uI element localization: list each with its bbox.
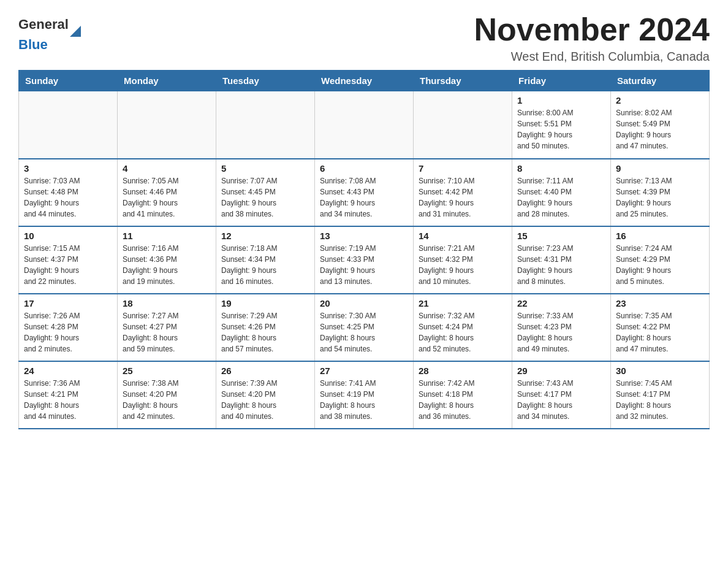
day-info: Sunrise: 7:23 AMSunset: 4:31 PMDaylight:…: [517, 243, 605, 287]
calendar-week-row: 17Sunrise: 7:26 AMSunset: 4:28 PMDayligh…: [19, 294, 710, 361]
table-row: 10Sunrise: 7:15 AMSunset: 4:37 PMDayligh…: [19, 226, 118, 294]
day-info: Sunrise: 7:15 AMSunset: 4:37 PMDaylight:…: [24, 243, 112, 287]
day-info: Sunrise: 7:26 AMSunset: 4:28 PMDaylight:…: [24, 310, 112, 354]
day-number: 19: [221, 298, 309, 308]
table-row: 2Sunrise: 8:02 AMSunset: 5:49 PMDaylight…: [611, 91, 710, 159]
table-row: 20Sunrise: 7:30 AMSunset: 4:25 PMDayligh…: [315, 294, 414, 361]
logo-general-text: General: [18, 17, 69, 33]
day-info: Sunrise: 7:42 AMSunset: 4:18 PMDaylight:…: [419, 378, 507, 422]
day-info: Sunrise: 7:36 AMSunset: 4:21 PMDaylight:…: [24, 378, 112, 422]
day-number: 20: [320, 298, 408, 308]
day-number: 21: [419, 298, 507, 308]
day-number: 23: [616, 298, 704, 308]
calendar-week-row: 10Sunrise: 7:15 AMSunset: 4:37 PMDayligh…: [19, 226, 710, 294]
day-info: Sunrise: 7:19 AMSunset: 4:33 PMDaylight:…: [320, 243, 408, 287]
table-row: 1Sunrise: 8:00 AMSunset: 5:51 PMDaylight…: [512, 91, 611, 159]
col-sunday: Sunday: [19, 71, 118, 91]
table-row: 26Sunrise: 7:39 AMSunset: 4:20 PMDayligh…: [216, 361, 315, 429]
day-number: 14: [419, 231, 507, 241]
logo-triangle-icon: [70, 12, 81, 37]
day-number: 9: [616, 163, 704, 174]
logo: General Blue: [18, 12, 81, 53]
table-row: 23Sunrise: 7:35 AMSunset: 4:22 PMDayligh…: [611, 294, 710, 361]
calendar-week-row: 3Sunrise: 7:03 AMSunset: 4:48 PMDaylight…: [19, 159, 710, 226]
table-row: 18Sunrise: 7:27 AMSunset: 4:27 PMDayligh…: [118, 294, 216, 361]
table-row: 11Sunrise: 7:16 AMSunset: 4:36 PMDayligh…: [118, 226, 216, 294]
logo-blue-text: Blue: [18, 37, 48, 53]
day-info: Sunrise: 7:33 AMSunset: 4:23 PMDaylight:…: [517, 310, 605, 354]
table-row: 6Sunrise: 7:08 AMSunset: 4:43 PMDaylight…: [315, 159, 414, 226]
calendar-week-row: 1Sunrise: 8:00 AMSunset: 5:51 PMDaylight…: [19, 91, 710, 159]
table-row: 8Sunrise: 7:11 AMSunset: 4:40 PMDaylight…: [512, 159, 611, 226]
col-wednesday: Wednesday: [315, 71, 414, 91]
table-row: [315, 91, 414, 159]
day-info: Sunrise: 7:05 AMSunset: 4:46 PMDaylight:…: [123, 175, 211, 220]
day-number: 6: [320, 163, 408, 174]
day-number: 5: [221, 163, 309, 174]
table-row: 22Sunrise: 7:33 AMSunset: 4:23 PMDayligh…: [512, 294, 611, 361]
day-number: 11: [123, 231, 211, 241]
location-text: West End, British Columbia, Canada: [474, 50, 710, 64]
day-info: Sunrise: 7:30 AMSunset: 4:25 PMDaylight:…: [320, 310, 408, 354]
day-number: 27: [320, 366, 408, 376]
col-monday: Monday: [118, 71, 216, 91]
day-number: 15: [517, 231, 605, 241]
table-row: 15Sunrise: 7:23 AMSunset: 4:31 PMDayligh…: [512, 226, 611, 294]
table-row: 21Sunrise: 7:32 AMSunset: 4:24 PMDayligh…: [414, 294, 512, 361]
day-number: 17: [24, 298, 112, 308]
table-row: 17Sunrise: 7:26 AMSunset: 4:28 PMDayligh…: [19, 294, 118, 361]
day-number: 4: [123, 163, 211, 174]
day-number: 28: [419, 366, 507, 376]
day-number: 8: [517, 163, 605, 174]
day-number: 1: [517, 95, 605, 105]
day-number: 18: [123, 298, 211, 308]
table-row: [216, 91, 315, 159]
table-row: 16Sunrise: 7:24 AMSunset: 4:29 PMDayligh…: [611, 226, 710, 294]
day-number: 7: [419, 163, 507, 174]
day-number: 30: [616, 366, 704, 376]
day-info: Sunrise: 7:18 AMSunset: 4:34 PMDaylight:…: [221, 243, 309, 287]
svg-marker-0: [70, 26, 81, 37]
day-number: 24: [24, 366, 112, 376]
day-info: Sunrise: 7:16 AMSunset: 4:36 PMDaylight:…: [123, 243, 211, 287]
day-info: Sunrise: 7:08 AMSunset: 4:43 PMDaylight:…: [320, 175, 408, 220]
table-row: 14Sunrise: 7:21 AMSunset: 4:32 PMDayligh…: [414, 226, 512, 294]
table-row: 24Sunrise: 7:36 AMSunset: 4:21 PMDayligh…: [19, 361, 118, 429]
calendar-header-row: Sunday Monday Tuesday Wednesday Thursday…: [19, 71, 710, 91]
col-saturday: Saturday: [611, 71, 710, 91]
page-header: General Blue November 2024 West End, Bri…: [18, 12, 710, 64]
day-info: Sunrise: 7:24 AMSunset: 4:29 PMDaylight:…: [616, 243, 704, 287]
table-row: 27Sunrise: 7:41 AMSunset: 4:19 PMDayligh…: [315, 361, 414, 429]
table-row: 4Sunrise: 7:05 AMSunset: 4:46 PMDaylight…: [118, 159, 216, 226]
table-row: 3Sunrise: 7:03 AMSunset: 4:48 PMDaylight…: [19, 159, 118, 226]
table-row: 30Sunrise: 7:45 AMSunset: 4:17 PMDayligh…: [611, 361, 710, 429]
day-info: Sunrise: 7:43 AMSunset: 4:17 PMDaylight:…: [517, 378, 605, 422]
table-row: 25Sunrise: 7:38 AMSunset: 4:20 PMDayligh…: [118, 361, 216, 429]
day-info: Sunrise: 7:39 AMSunset: 4:20 PMDaylight:…: [221, 378, 309, 422]
table-row: [118, 91, 216, 159]
day-info: Sunrise: 7:27 AMSunset: 4:27 PMDaylight:…: [123, 310, 211, 354]
table-row: 7Sunrise: 7:10 AMSunset: 4:42 PMDaylight…: [414, 159, 512, 226]
day-number: 13: [320, 231, 408, 241]
day-number: 16: [616, 231, 704, 241]
day-info: Sunrise: 7:29 AMSunset: 4:26 PMDaylight:…: [221, 310, 309, 354]
col-friday: Friday: [512, 71, 611, 91]
day-info: Sunrise: 7:21 AMSunset: 4:32 PMDaylight:…: [419, 243, 507, 287]
day-info: Sunrise: 7:35 AMSunset: 4:22 PMDaylight:…: [616, 310, 704, 354]
day-number: 10: [24, 231, 112, 241]
day-number: 3: [24, 163, 112, 174]
table-row: 12Sunrise: 7:18 AMSunset: 4:34 PMDayligh…: [216, 226, 315, 294]
day-info: Sunrise: 7:03 AMSunset: 4:48 PMDaylight:…: [24, 175, 112, 220]
day-info: Sunrise: 7:11 AMSunset: 4:40 PMDaylight:…: [517, 175, 605, 220]
calendar-table: Sunday Monday Tuesday Wednesday Thursday…: [18, 70, 710, 429]
table-row: 28Sunrise: 7:42 AMSunset: 4:18 PMDayligh…: [414, 361, 512, 429]
day-number: 12: [221, 231, 309, 241]
table-row: [19, 91, 118, 159]
col-thursday: Thursday: [414, 71, 512, 91]
title-section: November 2024 West End, British Columbia…: [474, 12, 710, 64]
day-info: Sunrise: 7:07 AMSunset: 4:45 PMDaylight:…: [221, 175, 309, 220]
table-row: 13Sunrise: 7:19 AMSunset: 4:33 PMDayligh…: [315, 226, 414, 294]
day-info: Sunrise: 7:32 AMSunset: 4:24 PMDaylight:…: [419, 310, 507, 354]
calendar-week-row: 24Sunrise: 7:36 AMSunset: 4:21 PMDayligh…: [19, 361, 710, 429]
table-row: 5Sunrise: 7:07 AMSunset: 4:45 PMDaylight…: [216, 159, 315, 226]
